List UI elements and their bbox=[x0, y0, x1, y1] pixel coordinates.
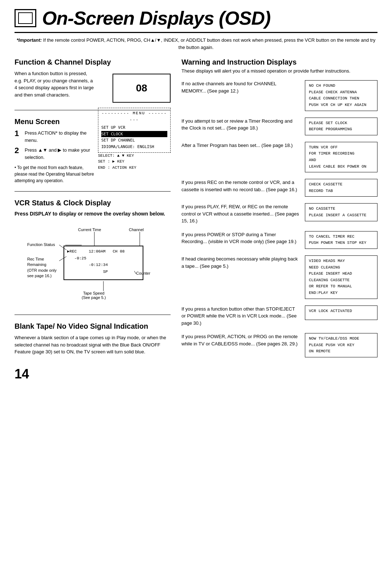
warning-box-line: PLEASE PUSH VCR KEY bbox=[309, 342, 373, 349]
tv-icon bbox=[15, 9, 36, 27]
warning-box-5: TO CANCEL TIMER RECPUSH POWER THEN STOP … bbox=[305, 231, 377, 249]
menu-item-2: SET CLOCK bbox=[101, 131, 167, 138]
warning-description-0: If no active channels are found for CHAN… bbox=[181, 80, 299, 94]
menu-item-3: SET DP CHANNEL bbox=[101, 137, 167, 144]
warning-box-line: PLEASE INSERT HEAD bbox=[309, 271, 373, 277]
warning-box-line: BEFORE PROGRAMMING bbox=[309, 126, 373, 133]
left-column: Function & Channel Display When a functi… bbox=[15, 58, 171, 382]
warning-box-1: PLEASE SET CLOCKBEFORE PROGRAMMING bbox=[305, 118, 377, 135]
warning-description-4: If you press PLAY, FF, REW, or REC on th… bbox=[181, 203, 299, 225]
counter-label: Counter bbox=[136, 271, 150, 275]
status-diagram: ▶REC 12:00AM CH 08 -0:25 -0:12:34 SP Fun… bbox=[27, 220, 158, 307]
tape-speed-label: Tape Speed(See page 5.) bbox=[82, 291, 106, 300]
key-info-end: END : ACTION KEY bbox=[98, 165, 171, 171]
menu-step-1: 1 Press ACTION* to display the menu. bbox=[15, 130, 94, 144]
warning-row-7: If you press a function button other tha… bbox=[181, 305, 377, 327]
warning-description-2: After a Timer Program has been set... (S… bbox=[181, 142, 299, 149]
warning-box-line: CLEANING CASSETTE bbox=[309, 277, 373, 284]
warning-box-8: NOW TV/CABLE/DSS MODEPLEASE PUSH VCR KEY… bbox=[305, 333, 377, 357]
status-line-1: ▶REC 12:00AM CH 08 bbox=[67, 248, 140, 255]
warning-description-3: If you press REC on the remote control o… bbox=[181, 179, 299, 193]
warning-description-5: If you press POWER or STOP during a Time… bbox=[181, 231, 299, 245]
warnings-list: If no active channels are found for CHAN… bbox=[181, 80, 377, 357]
warning-description-7: If you press a function button other tha… bbox=[181, 305, 299, 327]
function-channel-description: When a function button is pressed, e.g. … bbox=[15, 70, 94, 98]
function-channel-section: Function & Channel Display When a functi… bbox=[15, 58, 171, 103]
divider-2 bbox=[15, 191, 171, 192]
warning-box-line: PLEASE INSERT A CASSETTE bbox=[309, 212, 373, 219]
warning-box-6: VIDEO HEADS MAYNEED CLEANINGPLEASE INSER… bbox=[305, 255, 377, 299]
warning-row-8: If you press POWER, ACTION, or PROG on t… bbox=[181, 333, 377, 357]
rec-time-label: Rec TimeRemaining(OTR mode onlysee page … bbox=[27, 257, 57, 279]
page-title: On-Screen Displays (OSD) bbox=[42, 7, 270, 29]
step1-number: 1 bbox=[15, 130, 21, 144]
warning-box-7: VCR LOCK ACTIVATED bbox=[305, 305, 377, 320]
warning-box-4: NO CASSETTEPLEASE INSERT A CASSETTE bbox=[305, 203, 377, 221]
menu-box-title: --------- MENU --------- bbox=[101, 110, 167, 123]
warning-row-0: If no active channels are found for CHAN… bbox=[181, 80, 377, 111]
right-column: Warning and Instruction Displays These d… bbox=[181, 58, 377, 382]
warning-box-line: CABLE CONNECTION THEN bbox=[309, 95, 373, 102]
warning-description-6: If head cleaning becomes necessary while… bbox=[181, 255, 299, 270]
warning-row-3: If you press REC on the remote control o… bbox=[181, 179, 377, 197]
warning-box-line: PUSH VCR CH UP KEY AGAIN bbox=[309, 102, 373, 108]
page-number: 14 bbox=[15, 366, 171, 382]
menu-tip: To get the most from each feature, pleas… bbox=[15, 164, 94, 184]
warning-box-line: NO CH FOUND bbox=[309, 83, 373, 89]
warning-box-line: PLEASE CHECK ANTENNA bbox=[309, 89, 373, 96]
display-number: 08 bbox=[136, 82, 147, 94]
warning-box-line: AND bbox=[309, 157, 373, 164]
channel-label: Channel bbox=[129, 227, 144, 232]
divider-3 bbox=[15, 315, 171, 315]
warning-description-1: If you attempt to set or review a Timer … bbox=[181, 118, 299, 132]
warning-box-line: CHECK CASSETTE bbox=[309, 181, 373, 188]
menu-item-1: SET UP VCR bbox=[101, 124, 167, 131]
status-line-3: -0:12:34 bbox=[67, 262, 140, 268]
warning-box-line: PUSH POWER THEN STOP KEY bbox=[309, 240, 373, 246]
warning-box-line: TURN VCR OFF bbox=[309, 144, 373, 151]
warning-box-line: VIDEO HEADS MAY bbox=[309, 258, 373, 264]
key-info-set: SET : ▶ KEY bbox=[98, 159, 171, 165]
menu-screen-section: Menu Screen 1 Press ACTION* to display t… bbox=[15, 118, 171, 184]
warning-box-line: RECORD TAB bbox=[309, 188, 373, 194]
menu-item-4: IDIOMA/LANGUE: ENGLISH bbox=[101, 144, 167, 150]
warning-description-8: If you press POWER, ACTION, or PROG on t… bbox=[181, 333, 299, 347]
status-screen: ▶REC 12:00AM CH 08 -0:25 -0:12:34 SP bbox=[64, 246, 143, 280]
step2-number: 2 bbox=[15, 147, 21, 161]
warning-box-3: CHECK CASSETTERECORD TAB bbox=[305, 179, 377, 197]
warning-box-line: TO CANCEL TIMER REC bbox=[309, 234, 373, 240]
warning-box-2: TURN VCR OFFFOR TIMER RECORDINGANDLEAVE … bbox=[305, 142, 377, 172]
function-status-label: Function Status bbox=[27, 242, 55, 247]
warning-box-line: NO CASSETTE bbox=[309, 206, 373, 212]
warning-box-line: FOR TIMER RECORDING bbox=[309, 151, 373, 157]
warning-box-line: OR REFER TO MANUAL bbox=[309, 283, 373, 290]
warning-box-line: NOW TV/CABLE/DSS MODE bbox=[309, 336, 373, 342]
warning-box-0: NO CH FOUNDPLEASE CHECK ANTENNACABLE CON… bbox=[305, 80, 377, 111]
warning-title: Warning and Instruction Displays bbox=[181, 58, 377, 66]
important-note: *Important: If the remote control POWER,… bbox=[15, 37, 377, 51]
warning-subtitle: These displays will alert you of a misse… bbox=[181, 68, 377, 74]
warning-row-6: If head cleaning becomes necessary while… bbox=[181, 255, 377, 299]
important-text: If the remote control POWER, ACTION, PRO… bbox=[43, 37, 375, 50]
warning-row-5: If you press POWER or STOP during a Time… bbox=[181, 231, 377, 249]
channel-display-box: 08 bbox=[113, 74, 171, 103]
important-label: *Important: bbox=[17, 37, 42, 43]
warning-row-1: If you attempt to set or review a Timer … bbox=[181, 118, 377, 135]
blank-tape-title: Blank Tape/ No Video Signal Indication bbox=[15, 322, 171, 331]
status-line-2: -0:25 bbox=[67, 255, 140, 262]
page-header: On-Screen Displays (OSD) bbox=[15, 7, 377, 33]
current-time-label: Current Time bbox=[78, 227, 101, 232]
warning-box-line: ON REMOTE bbox=[309, 348, 373, 355]
step2-text: Press ▲▼ and ▶ to make your selection. bbox=[25, 147, 94, 161]
warning-box-line: VCR LOCK ACTIVATED bbox=[309, 308, 373, 315]
step1-text: Press ACTION* to display the menu. bbox=[25, 130, 94, 144]
menu-display-box: --------- MENU --------- SET UP VCR SET … bbox=[98, 108, 171, 153]
blank-tape-text: Whenever a blank section of a tape comes… bbox=[15, 334, 171, 356]
warning-box-line: LEAVE CABLE BOX POWER ON bbox=[309, 164, 373, 170]
function-channel-title: Function & Channel Display bbox=[15, 58, 171, 66]
warning-box-line: END:PLAY KEY bbox=[309, 290, 373, 296]
main-content: Function & Channel Display When a functi… bbox=[15, 58, 377, 382]
menu-step-2: 2 Press ▲▼ and ▶ to make your selection. bbox=[15, 147, 94, 161]
press-display-text: Press DISPLAY to display or remove the o… bbox=[15, 211, 171, 217]
warning-row-4: If you press PLAY, FF, REW, or REC on th… bbox=[181, 203, 377, 225]
